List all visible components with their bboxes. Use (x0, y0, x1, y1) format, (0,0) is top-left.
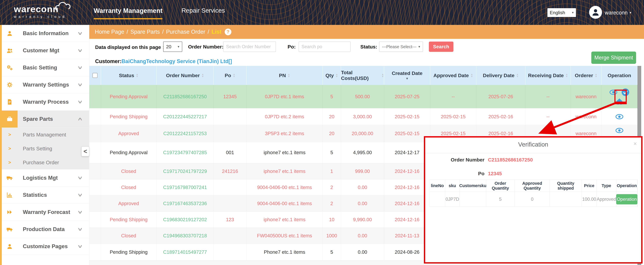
gear-icon (2, 76, 18, 93)
sidebar-item-label: Customer Mgt (18, 48, 78, 54)
user-icon (591, 8, 600, 16)
modal-field-po: Po 12345 (425, 170, 641, 177)
chevron-down-icon: ▾ (572, 11, 574, 14)
sidebar-item-production-data[interactable]: Production Data > (0, 221, 89, 238)
truck-icon (2, 170, 18, 186)
sidebar-item-warranty-forecast[interactable]: Warranty Forecast > (0, 204, 89, 221)
select-all-cell (89, 66, 101, 85)
sort-icon[interactable]: ▲▼ (516, 73, 519, 78)
column-header-total-costs[interactable]: Total Costs(USD) ▲▼ (341, 66, 384, 85)
field-value: 12345 (488, 171, 502, 176)
sort-icon[interactable]: ▲▼ (288, 73, 290, 78)
column-header-po[interactable]: Po ▲▼ (214, 66, 246, 85)
language-select[interactable]: English ▾ (548, 8, 576, 17)
status-select[interactable]: ---Please Select--- ▾ (379, 42, 423, 52)
sort-icon[interactable]: ▲▼ (566, 73, 568, 78)
tab-repair-services[interactable]: Repair Services (182, 7, 225, 19)
field-value: C211852686167250 (488, 157, 533, 163)
view-eye-icon[interactable] (615, 114, 624, 120)
column-header-qty[interactable]: Qty ▲▼ (323, 66, 341, 85)
breadcrumb-purchase-order[interactable]: Purchase Order (166, 29, 205, 35)
verification-modal: Verification × Order Number C21185268616… (424, 136, 642, 264)
verification-table-header: lineNo sku Customersku Order Quantity Ap… (430, 180, 637, 192)
help-icon[interactable]: ? (225, 28, 232, 35)
chevron-down-icon: ▾ (630, 11, 631, 15)
sort-icon[interactable]: ▲▼ (595, 73, 597, 78)
tab-warranty-management[interactable]: Warranty Management (94, 7, 162, 19)
chevron-down-icon: ▾ (418, 45, 420, 48)
table-header-row: Status ▲▼ Order Number ▲▼ Po ▲▼ PN ▲▼ Qt… (89, 66, 638, 85)
sort-icon[interactable]: ▲▼ (382, 73, 384, 78)
modal-field-order-number: Order Number C211852686167250 (425, 156, 641, 163)
page-size-select[interactable]: 20 ▾ (163, 42, 182, 52)
users-icon (2, 42, 18, 59)
truck-icon (2, 221, 18, 238)
column-header-approved-date[interactable]: Approved Date ▲▼ (430, 66, 476, 85)
sidebar-item-label: Basic Setting (18, 64, 78, 71)
breadcrumb-home[interactable]: Home Page (95, 29, 124, 35)
table-row: Pending Shipping C201222445227217 0JP7D … (89, 108, 638, 125)
sidebar-item-warranty-settings[interactable]: Warranty Settings > (0, 76, 89, 94)
view-eye-icon[interactable] (615, 128, 624, 134)
sidebar-item-statistics[interactable]: Statistics > (0, 186, 89, 204)
close-icon[interactable]: × (634, 140, 637, 147)
breadcrumb: Home Page / Spare Parts / Purchase Order… (89, 25, 644, 39)
operation-button[interactable]: Operation (616, 194, 638, 204)
customer-label: Customer: (95, 58, 122, 64)
search-button[interactable]: Search (429, 42, 454, 52)
sidebar-item-label: Spare Parts (18, 116, 78, 122)
chevron-down-icon: > (76, 32, 84, 35)
breadcrumb-separator: / (126, 29, 128, 35)
modal-title: Verification (425, 141, 641, 148)
sidebar-collapse-button[interactable]: < (82, 146, 89, 156)
cloud-icon (54, 2, 78, 12)
sidebar-item-warranty-process[interactable]: Warranty Process > (0, 94, 89, 110)
sidebar-item-label: Production Data (18, 226, 78, 232)
arrow-right-icon: > (2, 132, 18, 137)
column-header-pn[interactable]: PN ▲▼ (246, 66, 323, 85)
column-header-delivery-date[interactable]: Delivery Date ▲▼ (476, 66, 526, 85)
column-header-receiving-date[interactable]: Receiving Date ▲▼ (526, 66, 571, 85)
sort-icon[interactable]: ▲▼ (202, 73, 204, 78)
breadcrumb-separator: / (208, 29, 209, 35)
po-input[interactable] (298, 42, 350, 52)
customer-link[interactable]: BaiChangTechnology Service (TianJin) Ltd… (122, 58, 232, 64)
chevron-down-icon: > (76, 49, 84, 52)
chevron-up-icon: > (76, 118, 84, 120)
sort-icon[interactable]: ▲▼ (136, 73, 138, 78)
sort-icon[interactable]: ▲▼ (470, 73, 473, 78)
sort-descending-icon[interactable]: ▼ (406, 77, 409, 80)
sidebar-item-basic-information[interactable]: Basic Information > (0, 25, 89, 42)
gears-icon (2, 59, 18, 76)
sort-icon[interactable]: ▲▼ (233, 73, 235, 78)
user-icon (2, 238, 18, 255)
sidebar-item-spare-parts[interactable]: Spare Parts > (0, 110, 89, 128)
column-header-status[interactable]: Status ▲▼ (101, 66, 156, 85)
order-number-input[interactable] (223, 42, 276, 52)
avatar[interactable] (589, 6, 602, 19)
sidebar-accent-strip (0, 25, 2, 265)
chevron-down-icon: > (76, 211, 84, 214)
sidebar-item-customer-mgt[interactable]: Customer Mgt > (0, 42, 89, 59)
chevron-down-icon: > (76, 228, 84, 231)
chevron-down-icon: > (76, 194, 84, 196)
page-size-label: Data displayed on this page： (95, 44, 166, 51)
column-header-orderer[interactable]: Orderer ▲▼ (571, 66, 602, 85)
logo-subtitle: warranty cloud (14, 15, 83, 19)
sidebar-item-basic-setting[interactable]: Basic Setting > (0, 59, 89, 76)
sort-icon[interactable]: ▲▼ (336, 73, 338, 78)
column-header-created-date[interactable]: Created Date ▼ (384, 66, 430, 85)
sidebar-item-parts-setting[interactable]: > Parts Setting (0, 142, 89, 156)
merge-shipment-button[interactable]: Merge Shipment (591, 52, 636, 64)
breadcrumb-spare-parts[interactable]: Spare Parts (130, 29, 160, 35)
sidebar-item-purchase-order[interactable]: > Purchase Order (0, 156, 89, 170)
select-all-checkbox[interactable] (92, 73, 98, 78)
sidebar-item-customize-pages[interactable]: Customize Pages > (0, 238, 89, 255)
user-menu[interactable]: wareconn ▾ (605, 10, 631, 16)
chevron-down-icon: ▾ (178, 45, 179, 48)
column-header-order-number[interactable]: Order Number ▲▼ (156, 66, 214, 85)
sidebar-item-parts-management[interactable]: > Parts Management (0, 128, 89, 142)
annotation-highlight-box (614, 90, 627, 104)
chevron-down-icon: > (76, 176, 84, 179)
sidebar-item-logistics-mgt[interactable]: Logistics Mgt > (0, 170, 89, 186)
